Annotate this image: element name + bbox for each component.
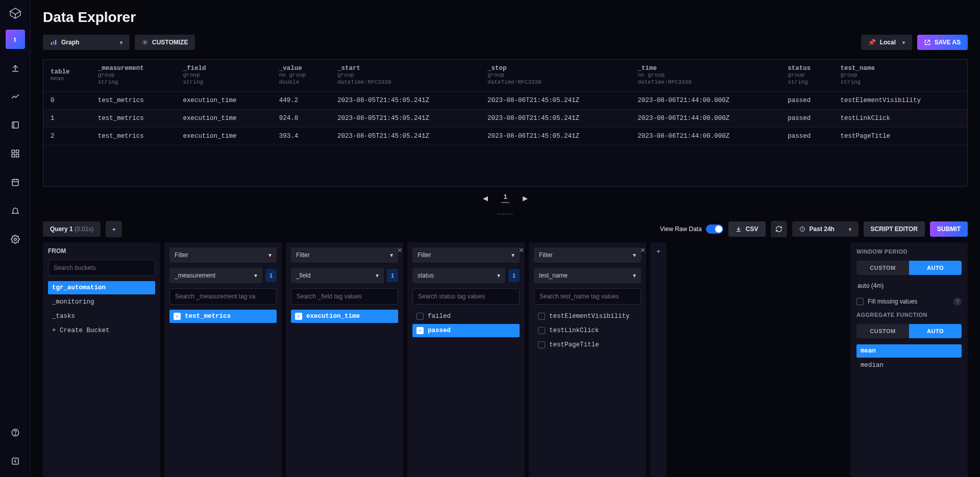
filter-type-select[interactable]: Filter▾ <box>291 247 398 263</box>
pager-prev[interactable]: ◀ <box>483 194 488 202</box>
filter-option[interactable]: testLinkClick <box>534 324 641 337</box>
nav-workspace[interactable]: t <box>6 30 25 49</box>
filter-key-select[interactable]: status▾ <box>412 268 505 283</box>
window-auto-button[interactable]: AUTO <box>909 261 962 275</box>
checkbox-icon <box>856 298 864 305</box>
chevron-down-icon: ▾ <box>902 40 905 45</box>
fill-missing-label: Fill missing values <box>868 298 917 305</box>
filter-panel: ✕Filter▾_field▾1✓execution_time <box>286 242 403 477</box>
table-cell: 2023-08-06T21:45:05.241Z <box>480 109 630 127</box>
column-header[interactable]: _fieldgroupstring <box>176 60 272 91</box>
column-header[interactable]: tablemean <box>43 60 91 91</box>
add-filter-button[interactable]: + <box>650 242 667 477</box>
filter-key-select[interactable]: _measurement▾ <box>169 268 262 283</box>
filter-search-input[interactable] <box>412 288 520 305</box>
filter-key-select[interactable]: test_name▾ <box>534 268 641 283</box>
aggregate-auto-button[interactable]: AUTO <box>909 324 962 338</box>
svg-point-14 <box>15 434 15 435</box>
save-as-button[interactable]: SAVE AS <box>917 35 968 50</box>
window-auto-value: auto (4m) <box>856 281 962 291</box>
view-raw-toggle[interactable]: View Raw Data <box>660 224 723 234</box>
svg-point-19 <box>144 42 146 43</box>
filter-count-badge: 1 <box>508 269 520 282</box>
checkbox-icon <box>538 341 545 348</box>
nav-tasks-icon[interactable] <box>6 172 25 192</box>
nav-alerts-icon[interactable] <box>6 201 25 220</box>
bucket-item[interactable]: _tasks <box>48 310 155 323</box>
table-cell: testLinkClick <box>834 109 967 127</box>
table-cell: 2023-08-06T21:44:00.000Z <box>630 127 780 145</box>
column-header[interactable]: _valueno groupdouble <box>272 60 330 91</box>
table-row[interactable]: 2test_metricsexecution_time393.42023-08-… <box>43 127 967 145</box>
add-query-button[interactable]: + <box>106 221 122 237</box>
csv-button[interactable]: CSV <box>728 221 766 237</box>
checkbox-icon <box>538 313 545 320</box>
close-filter-button[interactable]: ✕ <box>395 246 404 254</box>
time-range-select[interactable]: Past 24h ▾ <box>792 221 859 237</box>
nav-help-icon[interactable] <box>6 423 25 442</box>
filter-panel: Filter▾_measurement▾1✓test_metrics <box>164 242 282 477</box>
column-header[interactable]: _measurementgroupstring <box>91 60 176 91</box>
customize-button[interactable]: CUSTOMIZE <box>135 35 195 50</box>
column-header[interactable]: _timeno groupdateTime:RFC3339 <box>630 60 780 91</box>
panel-resize-grip[interactable]: ════ <box>43 209 968 220</box>
column-header[interactable]: _stopgroupdateTime:RFC3339 <box>480 60 630 91</box>
bucket-search-input[interactable] <box>48 260 155 276</box>
close-filter-button[interactable]: ✕ <box>517 246 526 254</box>
filter-type-select[interactable]: Filter▾ <box>534 247 641 263</box>
view-type-label: Graph <box>61 39 79 46</box>
aggregate-option[interactable]: median <box>856 359 962 372</box>
filter-option[interactable]: testElementVisibility <box>534 310 641 323</box>
aggregate-panel: WINDOW PERIOD CUSTOM AUTO auto (4m) Fill… <box>850 242 968 477</box>
bucket-item[interactable]: _monitoring <box>48 295 155 309</box>
table-cell: 2023-08-05T21:45:05.241Z <box>330 109 480 127</box>
nav-collapse-icon[interactable] <box>6 451 25 471</box>
data-table: tablemean_measurementgroupstring_fieldgr… <box>43 60 967 145</box>
filter-option[interactable]: ✓test_metrics <box>169 310 277 323</box>
top-toolbar: Graph ▾ CUSTOMIZE 📌 Local ▾ <box>43 35 968 50</box>
filter-option[interactable]: failed <box>412 310 520 323</box>
nav-notebooks-icon[interactable] <box>6 115 25 135</box>
close-filter-button[interactable]: ✕ <box>638 246 647 254</box>
table-row[interactable]: 0test_metricsexecution_time449.22023-08-… <box>43 91 967 109</box>
view-type-select[interactable]: Graph ▾ <box>43 35 130 50</box>
nav-dashboards-icon[interactable] <box>6 144 25 163</box>
column-header[interactable]: test_namegroupstring <box>834 60 967 91</box>
refresh-button[interactable] <box>771 221 787 237</box>
nav-upload-icon[interactable] <box>6 58 25 78</box>
filter-key-select[interactable]: _field▾ <box>291 268 384 283</box>
pager-next[interactable]: ▶ <box>523 194 528 202</box>
pager-page[interactable]: 1 <box>501 193 509 203</box>
submit-button[interactable]: SUBMIT <box>930 221 968 237</box>
filter-option[interactable]: testPageTitle <box>534 338 641 352</box>
table-row[interactable]: 1test_metricsexecution_time924.82023-08-… <box>43 109 967 127</box>
column-header[interactable]: _startgroupdateTime:RFC3339 <box>330 60 480 91</box>
bucket-item[interactable]: tgr_automation <box>48 281 155 294</box>
filter-search-input[interactable] <box>169 288 277 305</box>
filter-option[interactable]: ✓execution_time <box>291 310 398 323</box>
table-cell: 2023-08-06T21:44:00.000Z <box>630 109 780 127</box>
fill-missing-row[interactable]: Fill missing values ? <box>856 297 962 306</box>
filter-type-select[interactable]: Filter▾ <box>412 247 520 263</box>
table-cell: 0 <box>43 91 91 109</box>
filter-option[interactable]: ✓passed <box>412 324 520 337</box>
table-cell: 2023-08-06T21:45:05.241Z <box>480 91 630 109</box>
main: Data Explorer Graph ▾ CUSTOMIZE <box>31 0 980 477</box>
window-period-seg: CUSTOM AUTO <box>856 261 962 275</box>
save-location-select[interactable]: 📌 Local ▾ <box>861 35 912 50</box>
nav-explore-icon[interactable] <box>6 87 25 106</box>
gear-icon <box>142 39 148 45</box>
column-header[interactable]: statusgroupstring <box>780 60 833 91</box>
nav-settings-icon[interactable] <box>6 230 25 249</box>
aggregate-option[interactable]: mean <box>856 344 962 358</box>
filter-search-input[interactable] <box>291 288 398 305</box>
table-cell: 449.2 <box>272 91 330 109</box>
filter-type-select[interactable]: Filter▾ <box>169 247 277 263</box>
aggregate-custom-button[interactable]: CUSTOM <box>856 324 909 338</box>
filter-search-input[interactable] <box>534 288 641 305</box>
query-tab[interactable]: Query 1 (0.01s) <box>43 221 101 237</box>
info-icon[interactable]: ? <box>953 297 962 306</box>
window-custom-button[interactable]: CUSTOM <box>856 261 909 275</box>
create-bucket-button[interactable]: + Create Bucket <box>48 324 155 337</box>
script-editor-button[interactable]: SCRIPT EDITOR <box>864 221 925 237</box>
